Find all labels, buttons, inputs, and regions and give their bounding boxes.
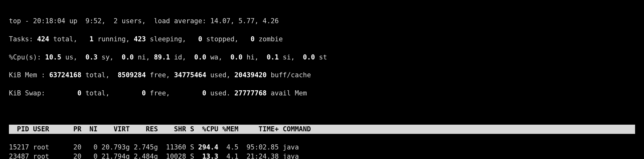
table-row[interactable]: 15217 root 20 0 20.793g 2.745g 11360 S 2… (9, 143, 635, 152)
summary-line-cpu: %Cpu(s): 10.5 us, 0.3 sy, 0.0 ni, 89.1 i… (9, 53, 635, 62)
table-row[interactable]: 23487 root 20 0 21.794g 2.484g 10028 S 1… (9, 152, 635, 159)
summary-line-swap: KiB Swap: 0 total, 0 free, 0 used. 27777… (9, 89, 635, 98)
blank-line (9, 107, 635, 116)
terminal[interactable]: top - 20:18:04 up 9:52, 2 users, load av… (0, 0, 644, 159)
summary-line-tasks: Tasks: 424 total, 1 running, 423 sleepin… (9, 35, 635, 44)
summary-line-mem: KiB Mem : 63724168 total, 8509284 free, … (9, 71, 635, 80)
process-list: 15217 root 20 0 20.793g 2.745g 11360 S 2… (9, 143, 635, 159)
summary-line-uptime: top - 20:18:04 up 9:52, 2 users, load av… (9, 17, 635, 25)
column-header[interactable]: PID USER PR NI VIRT RES SHR S %CPU %MEM … (9, 125, 635, 134)
